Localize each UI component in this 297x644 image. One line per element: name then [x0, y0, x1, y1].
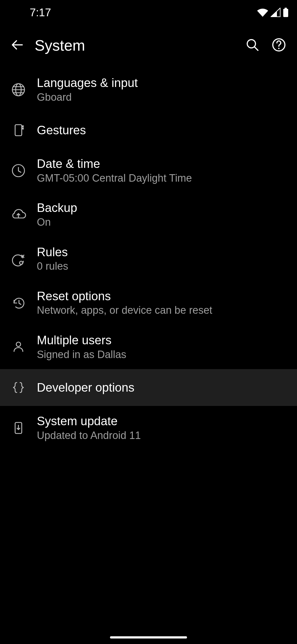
- clock-icon: [11, 163, 26, 178]
- app-bar: System: [0, 25, 297, 66]
- row-title: Backup: [37, 201, 77, 215]
- status-icons: [257, 7, 289, 17]
- row-subtitle: 0 rules: [37, 260, 68, 273]
- nav-pill-icon: [110, 636, 187, 638]
- restore-icon: [11, 295, 26, 311]
- row-languages[interactable]: Languages & input Gboard: [0, 68, 297, 112]
- row-subtitle: Updated to Android 11: [37, 429, 141, 442]
- row-title: Rules: [37, 245, 68, 259]
- svg-rect-1: [285, 8, 287, 9]
- row-system-update[interactable]: System update Updated to Android 11: [0, 406, 297, 450]
- back-button[interactable]: [5, 33, 30, 58]
- row-title: System update: [37, 414, 141, 428]
- system-update-icon: [11, 420, 26, 436]
- row-reset[interactable]: Reset options Network, apps, or device c…: [0, 281, 297, 325]
- search-button[interactable]: [239, 32, 266, 59]
- help-icon: [271, 37, 286, 53]
- wifi-icon: [257, 8, 268, 17]
- gestures-phone-icon: [11, 122, 26, 138]
- row-title: Developer options: [37, 381, 134, 395]
- row-backup[interactable]: Backup On: [0, 193, 297, 237]
- row-title: Gestures: [37, 123, 86, 137]
- row-gestures[interactable]: Gestures: [0, 112, 297, 149]
- globe-icon: [11, 82, 26, 97]
- status-time: 7:17: [30, 6, 51, 19]
- row-title: Date & time: [37, 157, 192, 171]
- svg-rect-0: [283, 9, 288, 17]
- page-title: System: [35, 37, 239, 54]
- gesture-nav-bar[interactable]: [0, 636, 297, 638]
- rules-icon: [11, 251, 26, 267]
- row-subtitle: Signed in as Dallas: [37, 348, 126, 361]
- row-title: Multiple users: [37, 333, 126, 347]
- battery-icon: [283, 7, 289, 17]
- cellular-icon: [271, 8, 280, 17]
- help-button[interactable]: [266, 32, 292, 59]
- row-subtitle: On: [37, 216, 77, 229]
- row-subtitle: GMT-05:00 Central Daylight Time: [37, 172, 192, 185]
- row-subtitle: Gboard: [37, 91, 138, 104]
- cloud-upload-icon: [10, 207, 27, 222]
- row-title: Reset options: [37, 289, 212, 303]
- row-rules[interactable]: Rules 0 rules: [0, 237, 297, 281]
- row-developer-options[interactable]: Developer options: [0, 369, 297, 406]
- row-date-time[interactable]: Date & time GMT-05:00 Central Daylight T…: [0, 149, 297, 193]
- arrow-back-icon: [10, 37, 25, 53]
- person-icon: [11, 339, 26, 355]
- svg-point-10: [21, 262, 21, 263]
- braces-icon: [11, 380, 26, 395]
- svg-point-11: [16, 342, 21, 346]
- svg-rect-7: [15, 125, 22, 136]
- row-multiple-users[interactable]: Multiple users Signed in as Dallas: [0, 325, 297, 369]
- search-icon: [245, 37, 260, 53]
- svg-point-4: [278, 48, 280, 49]
- row-title: Languages & input: [37, 76, 138, 90]
- row-subtitle: Network, apps, or device can be reset: [37, 304, 212, 317]
- settings-list: Languages & input Gboard Gestures: [0, 66, 297, 450]
- status-bar: 7:17: [0, 0, 297, 25]
